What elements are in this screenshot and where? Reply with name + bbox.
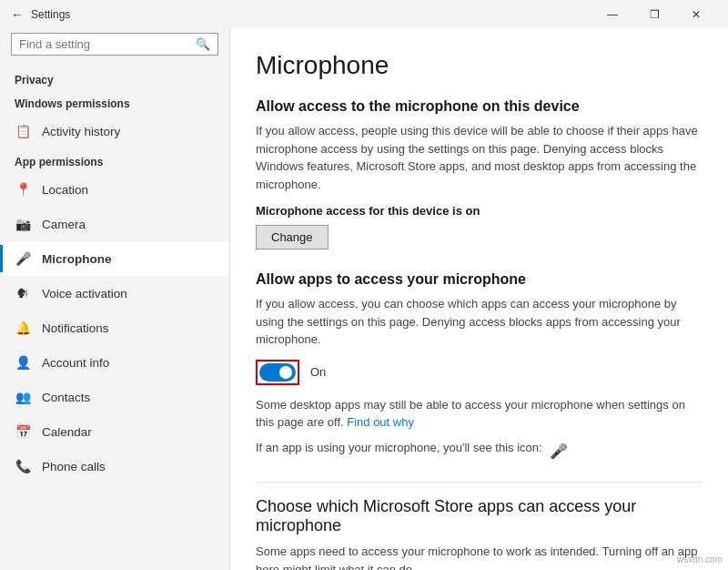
apps-section-title: Allow apps to access your microphone: [256, 271, 703, 288]
restore-button[interactable]: ❐: [633, 0, 675, 29]
sidebar-item-label: Calendar: [42, 425, 92, 439]
camera-icon: 📷: [15, 216, 31, 232]
minimize-button[interactable]: —: [592, 0, 633, 29]
search-icon: 🔍: [196, 37, 210, 51]
app-permissions-label: App permissions: [0, 148, 229, 172]
sidebar-item-account-info[interactable]: 👤 Account info: [0, 345, 229, 380]
titlebar-title: Settings: [31, 8, 70, 21]
desktop-apps-note: Some desktop apps may still be able to a…: [256, 396, 703, 432]
activity-history-icon: 📋: [15, 123, 31, 139]
notifications-icon: 🔔: [15, 320, 31, 336]
account-info-icon: 👤: [15, 354, 31, 371]
sidebar-item-camera[interactable]: 📷 Camera: [0, 207, 229, 241]
back-icon[interactable]: ←: [11, 7, 24, 22]
location-icon: 📍: [15, 181, 31, 198]
privacy-label: Privacy: [0, 66, 229, 90]
sidebar-item-label: Activity history: [42, 125, 120, 138]
calendar-icon: 📅: [15, 423, 31, 440]
microphone-toggle[interactable]: [259, 363, 296, 382]
choose-section: Choose which Microsoft Store apps can ac…: [256, 497, 703, 570]
device-status-label: Microphone access for this device is on: [256, 204, 703, 218]
toggle-label: On: [310, 365, 326, 379]
sidebar-item-contacts[interactable]: 👥 Contacts: [0, 380, 229, 414]
sidebar-item-label: Contacts: [42, 391, 90, 404]
sidebar-item-notifications[interactable]: 🔔 Notifications: [0, 310, 229, 345]
sidebar-item-location[interactable]: 📍 Location: [0, 172, 229, 207]
find-out-why-link[interactable]: Find out why: [347, 415, 414, 429]
main-content: Microphone Allow access to the microphon…: [230, 29, 728, 570]
device-section: Allow access to the microphone on this d…: [256, 98, 703, 271]
microphone-status-icon: 🎤: [550, 443, 568, 460]
sidebar-item-label: Voice activation: [42, 287, 127, 300]
sidebar-item-label: Microphone: [42, 252, 112, 266]
device-section-title: Allow access to the microphone on this d…: [256, 98, 703, 115]
toggle-highlight: [256, 360, 299, 385]
sidebar-item-activity-history[interactable]: 📋 Activity history: [0, 114, 229, 148]
microphone-icon: 🎤: [15, 250, 31, 267]
sidebar-item-label: Notifications: [42, 321, 109, 335]
voice-activation-icon: 🗣: [15, 285, 31, 301]
toggle-knob: [279, 366, 292, 379]
sidebar-item-label: Phone calls: [42, 460, 106, 473]
section-divider: [256, 482, 703, 483]
titlebar-controls: — ❐ ✕: [592, 0, 717, 29]
change-button[interactable]: Change: [256, 225, 329, 249]
search-box[interactable]: 🔍: [11, 33, 218, 56]
sidebar-item-microphone[interactable]: 🎤 Microphone: [0, 241, 229, 276]
sidebar-item-calendar[interactable]: 📅 Calendar: [0, 414, 229, 449]
sidebar-item-phone-calls[interactable]: 📞 Phone calls: [0, 449, 229, 483]
apps-section-desc: If you allow access, you can choose whic…: [256, 295, 703, 349]
icon-note: If an app is using your microphone, you'…: [256, 439, 703, 464]
choose-section-title: Choose which Microsoft Store apps can ac…: [256, 497, 703, 535]
device-section-desc: If you allow access, people using this d…: [256, 122, 703, 193]
app-body: 🔍 Privacy Windows permissions 📋 Activity…: [0, 29, 728, 570]
choose-section-desc: Some apps need to access your microphone…: [256, 543, 703, 570]
page-title: Microphone: [256, 51, 703, 80]
sidebar: 🔍 Privacy Windows permissions 📋 Activity…: [0, 29, 229, 570]
contacts-icon: 👥: [15, 389, 31, 405]
phone-calls-icon: 📞: [15, 458, 31, 474]
sidebar-item-voice-activation[interactable]: 🗣 Voice activation: [0, 276, 229, 310]
titlebar: ← Settings — ❐ ✕: [0, 0, 728, 29]
search-input[interactable]: [19, 37, 190, 51]
sidebar-item-label: Camera: [42, 218, 86, 231]
icon-note-text: If an app is using your microphone, you'…: [256, 439, 542, 457]
sidebar-item-label: Location: [42, 183, 88, 197]
titlebar-left: ← Settings: [11, 7, 70, 22]
apps-section: Allow apps to access your microphone If …: [256, 271, 703, 463]
close-button[interactable]: ✕: [675, 0, 717, 29]
toggle-row: On: [256, 360, 703, 385]
sidebar-item-label: Account info: [42, 356, 109, 370]
windows-permissions-label: Windows permissions: [0, 90, 229, 114]
